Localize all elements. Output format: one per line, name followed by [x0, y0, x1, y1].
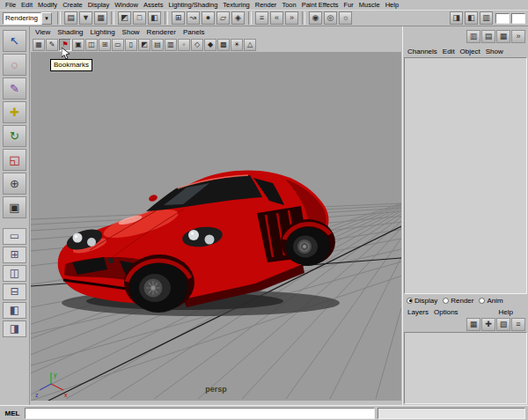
isolate-select-icon[interactable]: △ [244, 39, 256, 51]
status-field[interactable] [511, 13, 525, 24]
layer-list[interactable] [404, 332, 527, 404]
make-live-icon[interactable]: ◈ [231, 11, 245, 25]
last-tool-icon[interactable]: ▣ [3, 196, 26, 218]
camera-attributes-icon[interactable]: ✎ [46, 39, 58, 51]
channel-box-toggle-icon[interactable]: ▥ [480, 11, 493, 25]
menu-toon[interactable]: Toon [279, 1, 298, 9]
safe-action-icon[interactable]: ▥ [165, 39, 177, 51]
menu-window[interactable]: Window [112, 1, 141, 9]
image-plane-icon[interactable]: ▣ [72, 39, 84, 51]
show-both-icon[interactable]: ▦ [496, 30, 510, 43]
grid-icon[interactable]: ⊞ [99, 39, 111, 51]
scale-tool-icon[interactable]: ◱ [3, 149, 26, 171]
select-by-hierarchy-icon[interactable]: ◩ [118, 11, 131, 25]
status-field[interactable] [495, 13, 510, 24]
film-gate-icon[interactable]: ▭ [112, 39, 124, 51]
smooth-shade-icon[interactable]: ◆ [204, 39, 216, 51]
two-panes-icon[interactable]: ◫ [85, 39, 98, 51]
paint-select-tool-icon[interactable]: ✎ [3, 77, 26, 99]
collapse-panel-icon[interactable]: » [511, 30, 525, 43]
menu-modify[interactable]: Modify [35, 1, 60, 9]
snap-to-plane-icon[interactable]: ▱ [216, 11, 230, 25]
list-outputs-icon[interactable]: » [285, 11, 298, 25]
new-scene-icon[interactable]: ▤ [64, 11, 77, 25]
list-inputs-icon[interactable]: « [270, 11, 283, 25]
panel-menu-show[interactable]: Show [119, 28, 143, 36]
snap-to-point-icon[interactable]: ● [202, 11, 215, 25]
gate-mask-icon[interactable]: ◩ [138, 39, 150, 51]
field-chart-icon[interactable]: ▤ [151, 39, 164, 51]
menu-edit-channels[interactable]: Edit [440, 48, 458, 55]
mel-toggle[interactable]: MEL [0, 409, 25, 417]
panel-menu-lighting[interactable]: Lighting [87, 28, 119, 36]
anim-radio[interactable] [479, 298, 485, 304]
anim-radio-label[interactable]: Anim [487, 297, 502, 305]
menu-create[interactable]: Create [60, 1, 85, 9]
tool-settings-toggle-icon[interactable]: ◧ [465, 11, 478, 25]
channel-box-list[interactable] [404, 57, 527, 294]
create-empty-layer-icon[interactable]: ✚ [481, 318, 495, 331]
menu-layers[interactable]: Layers [405, 308, 431, 316]
show-layer-editor-icon[interactable]: ▤ [481, 30, 495, 43]
menu-paint-effects[interactable]: Paint Effects [299, 1, 341, 9]
display-radio-label[interactable]: Display [414, 297, 437, 305]
perspective-viewport[interactable]: Bookmarks [31, 52, 401, 401]
outliner-persp-layout-icon[interactable]: ◨ [3, 321, 26, 337]
four-pane-layout-icon[interactable]: ⊞ [3, 247, 26, 263]
menu-display[interactable]: Display [85, 1, 113, 9]
textured-icon[interactable]: ▩ [217, 39, 230, 51]
command-line-input[interactable] [25, 408, 375, 419]
wireframe-icon[interactable]: ◇ [191, 39, 203, 51]
render-view-icon[interactable]: ◉ [309, 11, 322, 25]
two-pane-side-layout-icon[interactable]: ◫ [3, 265, 26, 282]
single-pane-layout-icon[interactable]: ▭ [3, 228, 26, 245]
show-channel-box-icon[interactable]: ▥ [466, 30, 480, 43]
select-camera-icon[interactable]: ▦ [33, 39, 45, 51]
universal-manipulator-icon[interactable]: ⊕ [3, 173, 26, 195]
two-pane-stacked-layout-icon[interactable]: ⊟ [3, 284, 26, 300]
construction-history-icon[interactable]: ≡ [255, 11, 268, 25]
panel-menu-shading[interactable]: Shading [54, 28, 86, 36]
render-settings-icon[interactable]: ☼ [339, 11, 352, 25]
attribute-editor-toggle-icon[interactable]: ◨ [450, 11, 463, 25]
render-radio[interactable] [443, 298, 449, 304]
ipr-render-icon[interactable]: ◎ [324, 11, 337, 25]
menu-object[interactable]: Object [458, 48, 483, 55]
use-lights-icon[interactable]: ☀ [231, 39, 243, 51]
chevron-down-icon[interactable]: ▼ [41, 12, 52, 25]
menu-help[interactable]: Help [383, 1, 401, 9]
layer-options-icon[interactable]: ≡ [511, 318, 525, 331]
select-tool-icon[interactable]: ↖ [3, 30, 26, 52]
menu-assets[interactable]: Assets [141, 1, 166, 9]
menu-set-selector[interactable]: Rendering ▼ [3, 12, 52, 25]
safe-title-icon[interactable]: ▫ [178, 39, 190, 51]
layers-list-icon[interactable]: ▦ [466, 318, 480, 331]
menu-lighting-shading[interactable]: Lighting/Shading [165, 1, 220, 9]
menu-muscle[interactable]: Muscle [356, 1, 383, 9]
menu-file[interactable]: File [3, 1, 18, 9]
render-radio-label[interactable]: Render [451, 297, 473, 305]
panel-menu-renderer[interactable]: Renderer [143, 28, 180, 36]
viewport-canvas[interactable] [31, 52, 401, 401]
select-by-component-icon[interactable]: ◧ [148, 11, 161, 25]
panel-menu-view[interactable]: View [32, 28, 54, 36]
resolution-gate-icon[interactable]: ▯ [125, 39, 137, 51]
lasso-tool-icon[interactable]: ◌ [3, 54, 26, 76]
three-pane-layout-icon[interactable]: ◧ [3, 302, 26, 319]
menu-texturing[interactable]: Texturing [220, 1, 252, 9]
create-layer-assign-icon[interactable]: ▧ [496, 318, 510, 331]
open-scene-icon[interactable]: ▼ [79, 11, 92, 25]
snap-to-curve-icon[interactable]: ↝ [187, 11, 200, 25]
save-scene-icon[interactable]: ▦ [94, 11, 107, 25]
menu-render[interactable]: Render [253, 1, 280, 9]
menu-show-channels[interactable]: Show [483, 48, 506, 55]
menu-layer-options[interactable]: Options [431, 308, 461, 316]
menu-channels[interactable]: Channels [405, 48, 440, 55]
menu-layer-help[interactable]: Help [496, 308, 516, 316]
rotate-tool-icon[interactable]: ↻ [3, 125, 26, 147]
menu-edit[interactable]: Edit [18, 1, 35, 9]
select-by-object-icon[interactable]: □ [133, 11, 146, 25]
snap-to-grid-icon[interactable]: ⊞ [172, 11, 185, 25]
panel-menu-panels[interactable]: Panels [180, 28, 208, 36]
menu-fur[interactable]: Fur [341, 1, 356, 9]
